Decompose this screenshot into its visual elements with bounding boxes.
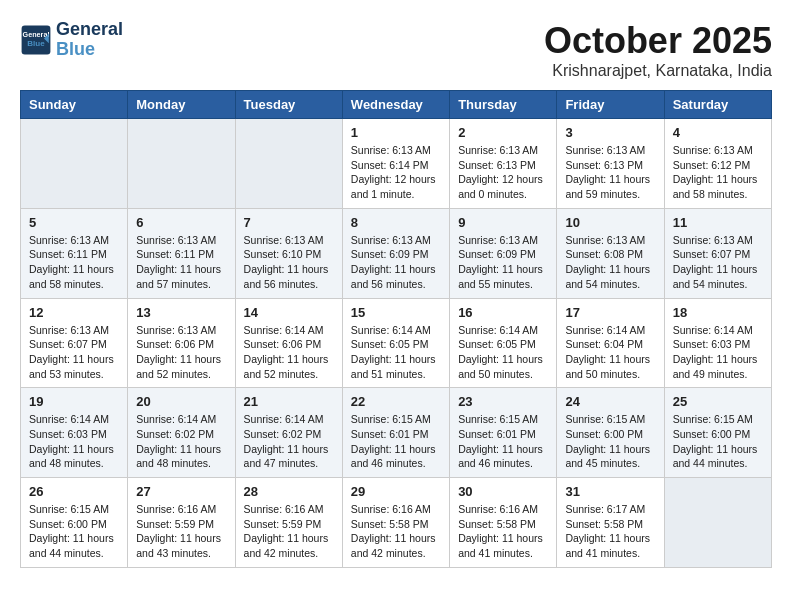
calendar-cell: 11Sunrise: 6:13 AM Sunset: 6:07 PM Dayli… xyxy=(664,208,771,298)
calendar-cell: 30Sunrise: 6:16 AM Sunset: 5:58 PM Dayli… xyxy=(450,478,557,568)
calendar-cell: 5Sunrise: 6:13 AM Sunset: 6:11 PM Daylig… xyxy=(21,208,128,298)
week-row-2: 5Sunrise: 6:13 AM Sunset: 6:11 PM Daylig… xyxy=(21,208,772,298)
calendar-cell: 15Sunrise: 6:14 AM Sunset: 6:05 PM Dayli… xyxy=(342,298,449,388)
day-number: 24 xyxy=(565,394,655,409)
calendar-cell: 13Sunrise: 6:13 AM Sunset: 6:06 PM Dayli… xyxy=(128,298,235,388)
day-number: 2 xyxy=(458,125,548,140)
calendar-cell: 23Sunrise: 6:15 AM Sunset: 6:01 PM Dayli… xyxy=(450,388,557,478)
calendar-cell: 12Sunrise: 6:13 AM Sunset: 6:07 PM Dayli… xyxy=(21,298,128,388)
day-number: 5 xyxy=(29,215,119,230)
day-info: Sunrise: 6:16 AM Sunset: 5:59 PM Dayligh… xyxy=(244,502,334,561)
calendar-cell xyxy=(21,119,128,209)
day-number: 25 xyxy=(673,394,763,409)
calendar-cell xyxy=(128,119,235,209)
day-number: 21 xyxy=(244,394,334,409)
day-number: 14 xyxy=(244,305,334,320)
day-number: 9 xyxy=(458,215,548,230)
calendar-cell: 4Sunrise: 6:13 AM Sunset: 6:12 PM Daylig… xyxy=(664,119,771,209)
weekday-thursday: Thursday xyxy=(450,91,557,119)
day-info: Sunrise: 6:14 AM Sunset: 6:03 PM Dayligh… xyxy=(29,412,119,471)
calendar-cell: 9Sunrise: 6:13 AM Sunset: 6:09 PM Daylig… xyxy=(450,208,557,298)
calendar-cell: 10Sunrise: 6:13 AM Sunset: 6:08 PM Dayli… xyxy=(557,208,664,298)
day-number: 26 xyxy=(29,484,119,499)
calendar-cell: 18Sunrise: 6:14 AM Sunset: 6:03 PM Dayli… xyxy=(664,298,771,388)
day-info: Sunrise: 6:13 AM Sunset: 6:10 PM Dayligh… xyxy=(244,233,334,292)
logo-text: GeneralBlue xyxy=(56,20,123,60)
weekday-friday: Friday xyxy=(557,91,664,119)
calendar-cell: 17Sunrise: 6:14 AM Sunset: 6:04 PM Dayli… xyxy=(557,298,664,388)
day-info: Sunrise: 6:13 AM Sunset: 6:11 PM Dayligh… xyxy=(29,233,119,292)
weekday-header-row: SundayMondayTuesdayWednesdayThursdayFrid… xyxy=(21,91,772,119)
day-number: 23 xyxy=(458,394,548,409)
week-row-5: 26Sunrise: 6:15 AM Sunset: 6:00 PM Dayli… xyxy=(21,478,772,568)
day-info: Sunrise: 6:14 AM Sunset: 6:06 PM Dayligh… xyxy=(244,323,334,382)
day-info: Sunrise: 6:14 AM Sunset: 6:04 PM Dayligh… xyxy=(565,323,655,382)
day-number: 18 xyxy=(673,305,763,320)
day-number: 22 xyxy=(351,394,441,409)
day-info: Sunrise: 6:13 AM Sunset: 6:07 PM Dayligh… xyxy=(29,323,119,382)
calendar-cell: 22Sunrise: 6:15 AM Sunset: 6:01 PM Dayli… xyxy=(342,388,449,478)
day-number: 27 xyxy=(136,484,226,499)
week-row-3: 12Sunrise: 6:13 AM Sunset: 6:07 PM Dayli… xyxy=(21,298,772,388)
calendar-cell xyxy=(664,478,771,568)
month-title: October 2025 xyxy=(544,20,772,62)
calendar-cell: 19Sunrise: 6:14 AM Sunset: 6:03 PM Dayli… xyxy=(21,388,128,478)
day-number: 3 xyxy=(565,125,655,140)
day-info: Sunrise: 6:13 AM Sunset: 6:08 PM Dayligh… xyxy=(565,233,655,292)
day-info: Sunrise: 6:13 AM Sunset: 6:09 PM Dayligh… xyxy=(351,233,441,292)
day-number: 10 xyxy=(565,215,655,230)
calendar: SundayMondayTuesdayWednesdayThursdayFrid… xyxy=(20,90,772,568)
day-info: Sunrise: 6:13 AM Sunset: 6:12 PM Dayligh… xyxy=(673,143,763,202)
day-info: Sunrise: 6:15 AM Sunset: 6:00 PM Dayligh… xyxy=(29,502,119,561)
weekday-wednesday: Wednesday xyxy=(342,91,449,119)
day-info: Sunrise: 6:13 AM Sunset: 6:13 PM Dayligh… xyxy=(458,143,548,202)
day-info: Sunrise: 6:13 AM Sunset: 6:06 PM Dayligh… xyxy=(136,323,226,382)
day-number: 19 xyxy=(29,394,119,409)
day-info: Sunrise: 6:16 AM Sunset: 5:59 PM Dayligh… xyxy=(136,502,226,561)
day-info: Sunrise: 6:13 AM Sunset: 6:14 PM Dayligh… xyxy=(351,143,441,202)
svg-text:Blue: Blue xyxy=(27,38,45,47)
calendar-cell: 7Sunrise: 6:13 AM Sunset: 6:10 PM Daylig… xyxy=(235,208,342,298)
header: General Blue GeneralBlue October 2025 Kr… xyxy=(20,20,772,80)
week-row-1: 1Sunrise: 6:13 AM Sunset: 6:14 PM Daylig… xyxy=(21,119,772,209)
day-info: Sunrise: 6:15 AM Sunset: 6:00 PM Dayligh… xyxy=(565,412,655,471)
day-number: 16 xyxy=(458,305,548,320)
day-number: 4 xyxy=(673,125,763,140)
day-info: Sunrise: 6:13 AM Sunset: 6:13 PM Dayligh… xyxy=(565,143,655,202)
day-info: Sunrise: 6:15 AM Sunset: 6:01 PM Dayligh… xyxy=(458,412,548,471)
calendar-body: 1Sunrise: 6:13 AM Sunset: 6:14 PM Daylig… xyxy=(21,119,772,568)
calendar-cell: 31Sunrise: 6:17 AM Sunset: 5:58 PM Dayli… xyxy=(557,478,664,568)
weekday-sunday: Sunday xyxy=(21,91,128,119)
day-number: 1 xyxy=(351,125,441,140)
day-info: Sunrise: 6:14 AM Sunset: 6:02 PM Dayligh… xyxy=(244,412,334,471)
calendar-cell: 8Sunrise: 6:13 AM Sunset: 6:09 PM Daylig… xyxy=(342,208,449,298)
day-number: 29 xyxy=(351,484,441,499)
location: Krishnarajpet, Karnataka, India xyxy=(544,62,772,80)
day-number: 7 xyxy=(244,215,334,230)
calendar-cell: 16Sunrise: 6:14 AM Sunset: 6:05 PM Dayli… xyxy=(450,298,557,388)
weekday-tuesday: Tuesday xyxy=(235,91,342,119)
calendar-cell: 25Sunrise: 6:15 AM Sunset: 6:00 PM Dayli… xyxy=(664,388,771,478)
day-info: Sunrise: 6:16 AM Sunset: 5:58 PM Dayligh… xyxy=(351,502,441,561)
calendar-cell: 2Sunrise: 6:13 AM Sunset: 6:13 PM Daylig… xyxy=(450,119,557,209)
day-number: 13 xyxy=(136,305,226,320)
day-info: Sunrise: 6:14 AM Sunset: 6:05 PM Dayligh… xyxy=(351,323,441,382)
day-info: Sunrise: 6:14 AM Sunset: 6:05 PM Dayligh… xyxy=(458,323,548,382)
weekday-monday: Monday xyxy=(128,91,235,119)
calendar-cell: 29Sunrise: 6:16 AM Sunset: 5:58 PM Dayli… xyxy=(342,478,449,568)
day-info: Sunrise: 6:14 AM Sunset: 6:02 PM Dayligh… xyxy=(136,412,226,471)
day-info: Sunrise: 6:17 AM Sunset: 5:58 PM Dayligh… xyxy=(565,502,655,561)
day-info: Sunrise: 6:15 AM Sunset: 6:00 PM Dayligh… xyxy=(673,412,763,471)
day-info: Sunrise: 6:14 AM Sunset: 6:03 PM Dayligh… xyxy=(673,323,763,382)
logo-icon: General Blue xyxy=(20,24,52,56)
day-number: 11 xyxy=(673,215,763,230)
calendar-cell: 28Sunrise: 6:16 AM Sunset: 5:59 PM Dayli… xyxy=(235,478,342,568)
calendar-cell xyxy=(235,119,342,209)
weekday-saturday: Saturday xyxy=(664,91,771,119)
calendar-cell: 3Sunrise: 6:13 AM Sunset: 6:13 PM Daylig… xyxy=(557,119,664,209)
calendar-cell: 1Sunrise: 6:13 AM Sunset: 6:14 PM Daylig… xyxy=(342,119,449,209)
day-number: 6 xyxy=(136,215,226,230)
day-info: Sunrise: 6:13 AM Sunset: 6:09 PM Dayligh… xyxy=(458,233,548,292)
calendar-cell: 6Sunrise: 6:13 AM Sunset: 6:11 PM Daylig… xyxy=(128,208,235,298)
day-number: 17 xyxy=(565,305,655,320)
